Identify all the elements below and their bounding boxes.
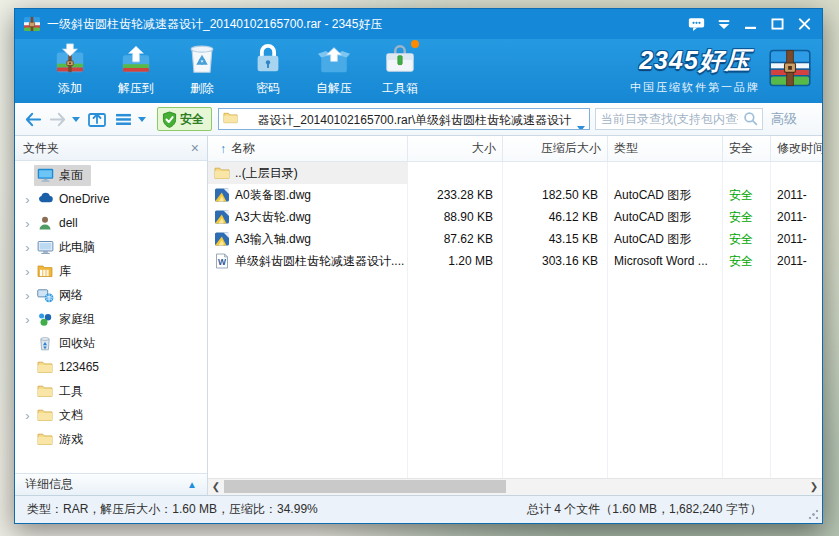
address-bar[interactable]: 器设计_20140102165700.rar\单级斜齿圆柱齿轮减速器设计	[218, 108, 590, 130]
brand-tagline: 中国压缩软件第一品牌	[630, 80, 760, 95]
sidebar-item-网络[interactable]: ›网络	[15, 283, 207, 307]
forward-button[interactable]	[45, 112, 69, 127]
safety-badge[interactable]: 安全	[157, 107, 212, 131]
table-row[interactable]: A0装备图.dwg233.28 KB182.50 KBAutoCAD 图形安全2…	[208, 184, 822, 206]
column-header-label: 类型	[614, 140, 638, 157]
scrollbar-thumb[interactable]	[224, 480, 506, 493]
maximize-button[interactable]	[764, 12, 791, 36]
chevron-right-icon[interactable]: ›	[21, 313, 34, 326]
dwg-file-icon	[214, 209, 230, 225]
table-row[interactable]: A3输入轴.dwg87.62 KB43.15 KBAutoCAD 图形安全201…	[208, 228, 822, 250]
details-bar[interactable]: 详细信息 ▲	[15, 473, 207, 495]
chevron-right-icon[interactable]: ›	[21, 409, 34, 422]
brand-name: 2345好压	[630, 44, 760, 77]
brand-archive-icon	[768, 48, 812, 92]
toolbox-button[interactable]: 工具箱	[367, 39, 433, 104]
file-name-label: 单级斜齿圆柱齿轮减速器设计....	[235, 253, 404, 270]
library-icon	[37, 263, 54, 279]
tree-item-content: OneDrive	[34, 189, 118, 209]
file-name-cell: A3大齿轮.dwg	[208, 206, 408, 228]
minimize-button[interactable]	[737, 12, 764, 36]
tree-item-content: 文档	[34, 405, 91, 426]
tree-item-label: 123465	[59, 360, 99, 374]
advanced-search-link[interactable]: 高级	[771, 110, 797, 128]
tree-item-content: dell	[34, 213, 86, 233]
safety-cell: 安全	[723, 250, 771, 272]
type-cell	[608, 162, 723, 184]
sidebar-item-家庭组[interactable]: ›家庭组	[15, 307, 207, 331]
file-name-cell: A3输入轴.dwg	[208, 228, 408, 250]
sidebar-close-icon[interactable]: ×	[191, 141, 199, 155]
sidebar-item-文档[interactable]: ›文档	[15, 403, 207, 427]
status-bar: 类型：RAR，解压后大小：1.60 MB，压缩比：34.99% 总计 4 个文件…	[15, 495, 822, 523]
titlebar[interactable]: 一级斜齿圆柱齿轮减速器设计_20140102165700.rar - 2345好…	[15, 9, 822, 39]
homegroup-icon	[37, 311, 54, 327]
add-button[interactable]: 添加	[37, 39, 103, 104]
back-button[interactable]	[21, 112, 45, 127]
view-mode-icon[interactable]	[111, 113, 135, 126]
column-header-label: 大小	[472, 140, 496, 157]
horizontal-scrollbar[interactable]: ❮ ❯	[208, 478, 822, 495]
extract-to-button[interactable]: 解压到	[103, 39, 169, 104]
search-icon[interactable]	[743, 111, 758, 130]
tree-item-content: 桌面	[34, 165, 91, 186]
chevron-right-icon[interactable]: ›	[21, 241, 34, 254]
window-controls	[683, 12, 818, 36]
sidebar-item-回收站[interactable]: 回收站	[15, 331, 207, 355]
onedrive-icon	[37, 191, 54, 207]
file-name-label: A3输入轴.dwg	[235, 231, 311, 248]
column-header-3[interactable]: 压缩后大小	[503, 136, 608, 161]
collapse-up-icon: ▲	[187, 479, 197, 490]
scroll-left-icon[interactable]: ❮	[208, 479, 224, 494]
sfx-button[interactable]: 自解压	[301, 39, 367, 104]
table-row[interactable]: W单级斜齿圆柱齿轮减速器设计....1.20 MB303.16 KBMicros…	[208, 250, 822, 272]
packed-size-cell: 46.12 KB	[503, 206, 608, 228]
chevron-right-icon[interactable]: ›	[21, 265, 34, 278]
add-archive-icon	[53, 42, 87, 76]
feedback-button[interactable]	[683, 12, 710, 36]
scroll-right-icon[interactable]: ❯	[806, 479, 822, 494]
address-dropdown-icon[interactable]	[577, 117, 585, 130]
packed-size-cell: 43.15 KB	[503, 228, 608, 250]
sidebar-item-游戏[interactable]: 游戏	[15, 427, 207, 451]
sidebar-item-OneDrive[interactable]: ›OneDrive	[15, 187, 207, 211]
brand-logo: 2345好压 中国压缩软件第一品牌	[630, 44, 812, 95]
sidebar-item-桌面[interactable]: 桌面	[15, 163, 207, 187]
chevron-right-icon[interactable]: ›	[21, 289, 34, 302]
type-cell: AutoCAD 图形	[608, 206, 723, 228]
column-header-1[interactable]: ↑名称	[208, 136, 408, 161]
list-body: ..(上层目录)A0装备图.dwg233.28 KB182.50 KBAutoC…	[208, 162, 822, 478]
sidebar-item-库[interactable]: ›库	[15, 259, 207, 283]
view-dropdown-icon[interactable]	[135, 117, 149, 122]
desktop-icon	[37, 167, 54, 183]
modified-cell	[771, 162, 822, 184]
column-header-5[interactable]: 安全	[723, 136, 771, 161]
delete-button[interactable]: 删除	[169, 39, 235, 104]
table-row[interactable]: A3大齿轮.dwg88.90 KB46.12 KBAutoCAD 图形安全201…	[208, 206, 822, 228]
resize-grip[interactable]	[808, 509, 819, 520]
sidebar-item-工具[interactable]: 工具	[15, 379, 207, 403]
table-row[interactable]: ..(上层目录)	[208, 162, 822, 184]
export-icon[interactable]	[83, 110, 111, 128]
sidebar-item-dell[interactable]: ›dell	[15, 211, 207, 235]
sidebar-item-此电脑[interactable]: ›此电脑	[15, 235, 207, 259]
password-button[interactable]: 密码	[235, 39, 301, 104]
toolbar-button-label: 解压到	[118, 80, 154, 97]
main-toolbar: 添加解压到删除密码自解压工具箱 2345好压 中国压缩软件第一品牌	[15, 39, 822, 103]
size-cell: 233.28 KB	[408, 184, 503, 206]
history-dropdown-icon[interactable]	[69, 117, 83, 122]
search-box	[595, 108, 763, 130]
search-input[interactable]	[595, 108, 763, 130]
folder-sidebar: 文件夹 × 桌面›OneDrive›dell›此电脑›库›网络›家庭组回收站12…	[15, 136, 208, 495]
column-header-6[interactable]: 修改时间	[771, 136, 822, 161]
sidebar-item-123465[interactable]: 123465	[15, 355, 207, 379]
chevron-down-icon[interactable]	[710, 12, 737, 36]
type-cell: AutoCAD 图形	[608, 228, 723, 250]
chevron-right-icon[interactable]: ›	[21, 217, 34, 230]
chevron-right-icon[interactable]: ›	[21, 193, 34, 206]
column-header-2[interactable]: 大小	[408, 136, 503, 161]
close-button[interactable]	[791, 12, 818, 36]
tree-item-content: 家庭组	[34, 309, 103, 330]
toolbox-icon	[383, 42, 417, 76]
column-header-4[interactable]: 类型	[608, 136, 723, 161]
